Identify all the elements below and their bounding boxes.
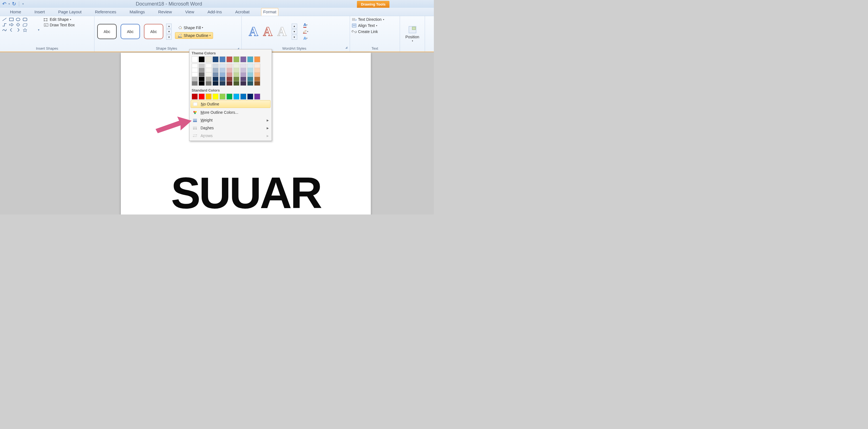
shape-brace-right-icon[interactable]	[15, 28, 21, 32]
theme-shade-swatch[interactable]	[226, 77, 232, 81]
theme-color-swatch[interactable]	[206, 56, 212, 62]
wordart-style-red[interactable]: A	[263, 24, 272, 39]
standard-color-swatch[interactable]	[206, 94, 212, 100]
scroll-up-icon[interactable]: ▴	[292, 24, 297, 29]
shape-style-red[interactable]: Abc	[144, 24, 163, 39]
theme-shade-swatch[interactable]	[206, 81, 212, 86]
wordart-style-gray[interactable]: A	[277, 24, 286, 39]
shape-oval-icon[interactable]	[15, 17, 21, 22]
theme-shade-swatch[interactable]	[213, 72, 219, 77]
shape-arrow-right-icon[interactable]	[9, 23, 14, 27]
theme-color-swatch[interactable]	[233, 56, 240, 62]
shape-flowchart-icon[interactable]	[22, 23, 28, 27]
standard-color-swatch[interactable]	[198, 94, 205, 100]
theme-shade-swatch[interactable]	[213, 77, 219, 81]
theme-shade-swatch[interactable]	[240, 64, 246, 68]
theme-shade-swatch[interactable]	[206, 64, 212, 68]
position-icon[interactable]	[408, 25, 417, 34]
theme-shade-swatch[interactable]	[219, 68, 225, 72]
theme-shade-swatch[interactable]	[240, 72, 246, 77]
theme-color-swatch[interactable]	[198, 56, 205, 62]
theme-shade-swatch[interactable]	[213, 68, 219, 72]
standard-color-swatch[interactable]	[192, 94, 198, 100]
weight-item[interactable]: Weight ▶	[189, 116, 272, 124]
theme-shade-swatch[interactable]	[219, 77, 225, 81]
theme-color-swatch[interactable]	[219, 56, 225, 62]
theme-shade-swatch[interactable]	[254, 68, 260, 72]
standard-color-swatch[interactable]	[240, 94, 246, 100]
theme-shade-swatch[interactable]	[206, 68, 212, 72]
shape-rect-icon[interactable]	[9, 17, 14, 22]
theme-shade-swatch[interactable]	[254, 72, 260, 77]
scroll-down-icon[interactable]: ▾	[292, 29, 297, 34]
theme-shade-swatch[interactable]	[254, 77, 260, 81]
shape-elbow-icon[interactable]	[2, 23, 7, 27]
standard-color-swatch[interactable]	[226, 94, 232, 100]
tab-insert[interactable]: Insert	[33, 8, 46, 16]
theme-shade-swatch[interactable]	[192, 64, 198, 68]
shape-style-scroll[interactable]: ▴ ▾ ▾	[166, 24, 172, 40]
theme-color-swatch[interactable]	[240, 56, 246, 62]
theme-shade-swatch[interactable]	[240, 68, 246, 72]
theme-shade-swatch[interactable]	[213, 64, 219, 68]
theme-shade-swatch[interactable]	[198, 77, 205, 81]
text-direction-button[interactable]: A Text Direction▾	[352, 17, 384, 22]
shape-fill-button[interactable]: Shape Fill ▾	[175, 25, 213, 31]
shape-curve-icon[interactable]	[2, 28, 7, 32]
tab-mailings[interactable]: Mailings	[128, 8, 147, 16]
text-fill-button[interactable]: A▾	[302, 22, 309, 28]
shape-outline-button[interactable]: Shape Outline ▾	[175, 32, 213, 39]
tab-acrobat[interactable]: Acrobat	[234, 8, 251, 16]
scroll-more-icon[interactable]: ▾	[292, 35, 297, 40]
tab-page-layout[interactable]: Page Layout	[57, 8, 83, 16]
theme-shade-swatch[interactable]	[198, 81, 205, 86]
theme-color-swatch[interactable]	[192, 56, 198, 62]
position-dropdown-icon[interactable]: ▾	[412, 40, 413, 42]
theme-shade-swatch[interactable]	[233, 81, 240, 86]
tab-references[interactable]: References	[93, 8, 118, 16]
theme-shade-swatch[interactable]	[254, 64, 260, 68]
theme-shade-swatch[interactable]	[247, 81, 253, 86]
shape-line-icon[interactable]	[2, 17, 7, 22]
contextual-tab-drawing-tools[interactable]: Drawing Tools	[357, 1, 390, 8]
theme-color-swatch[interactable]	[247, 56, 253, 62]
text-effects-button[interactable]: A▾	[302, 35, 309, 41]
tab-format[interactable]: Format	[261, 8, 278, 16]
text-outline-button[interactable]: ▾	[302, 29, 309, 34]
theme-shade-swatch[interactable]	[233, 64, 240, 68]
theme-shade-swatch[interactable]	[198, 64, 205, 68]
shape-star-icon[interactable]	[22, 28, 28, 32]
standard-color-swatch[interactable]	[233, 94, 240, 100]
edit-shape-button[interactable]: Edit Shape ▾	[43, 17, 75, 22]
theme-shade-swatch[interactable]	[233, 77, 240, 81]
tab-view[interactable]: View	[184, 8, 196, 16]
tab-home[interactable]: Home	[8, 8, 23, 16]
shape-brace-left-icon[interactable]	[9, 28, 14, 32]
theme-color-swatch[interactable]	[213, 56, 219, 62]
draw-text-box-button[interactable]: A Draw Text Box	[43, 23, 75, 27]
theme-shade-swatch[interactable]	[240, 77, 246, 81]
theme-shade-swatch[interactable]	[226, 72, 232, 77]
wordart-style-blue[interactable]: A	[249, 24, 258, 39]
theme-color-swatch[interactable]	[254, 56, 260, 62]
theme-shade-swatch[interactable]	[233, 72, 240, 77]
scroll-more-icon[interactable]: ▾	[166, 35, 172, 40]
tab-review[interactable]: Review	[157, 8, 174, 16]
dashes-item[interactable]: Dashes ▶	[189, 124, 272, 132]
theme-shade-swatch[interactable]	[192, 77, 198, 81]
theme-color-swatch[interactable]	[226, 56, 232, 62]
create-link-button[interactable]: Create Link	[352, 29, 384, 34]
theme-shade-swatch[interactable]	[247, 72, 253, 77]
shape-gallery-more-icon[interactable]: ▼	[36, 28, 41, 32]
theme-shade-swatch[interactable]	[206, 77, 212, 81]
scroll-up-icon[interactable]: ▴	[166, 24, 172, 29]
no-outline-item[interactable]: No Outline	[190, 100, 271, 108]
theme-shade-swatch[interactable]	[206, 72, 212, 77]
align-text-button[interactable]: Align Text▾	[352, 23, 384, 28]
theme-shade-swatch[interactable]	[226, 81, 232, 86]
theme-shade-swatch[interactable]	[226, 64, 232, 68]
theme-shade-swatch[interactable]	[192, 68, 198, 72]
theme-shade-swatch[interactable]	[213, 81, 219, 86]
theme-shade-swatch[interactable]	[219, 64, 225, 68]
theme-shade-swatch[interactable]	[240, 81, 246, 86]
